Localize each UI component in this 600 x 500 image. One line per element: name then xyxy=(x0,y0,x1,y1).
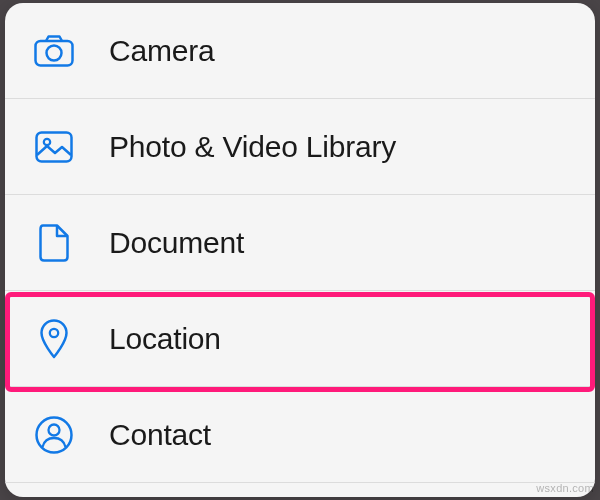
menu-label: Camera xyxy=(109,34,215,68)
menu-label: Photo & Video Library xyxy=(109,130,396,164)
menu-item-contact[interactable]: Contact xyxy=(5,387,595,483)
menu-item-camera[interactable]: Camera xyxy=(5,3,595,99)
camera-icon xyxy=(33,30,75,72)
svg-rect-2 xyxy=(37,132,72,161)
location-icon xyxy=(33,318,75,360)
menu-label: Document xyxy=(109,226,244,260)
menu-label: Contact xyxy=(109,418,211,452)
svg-point-3 xyxy=(44,138,50,144)
menu-item-photo-video-library[interactable]: Photo & Video Library xyxy=(5,99,595,195)
svg-point-4 xyxy=(50,328,58,336)
menu-item-document[interactable]: Document xyxy=(5,195,595,291)
photo-icon xyxy=(33,126,75,168)
menu-label: Location xyxy=(109,322,221,356)
svg-point-6 xyxy=(49,424,60,435)
contact-icon xyxy=(33,414,75,456)
menu-item-location[interactable]: Location xyxy=(5,291,595,387)
svg-point-1 xyxy=(47,45,62,60)
watermark: wsxdn.com xyxy=(536,482,594,494)
action-sheet: Camera Photo & Video Library Document xyxy=(5,3,595,497)
document-icon xyxy=(33,222,75,264)
